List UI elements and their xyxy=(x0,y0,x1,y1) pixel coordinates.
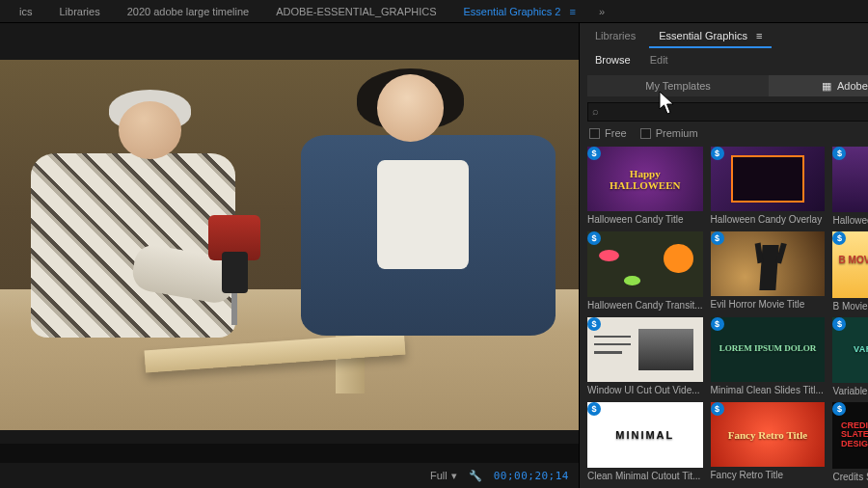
search-input[interactable] xyxy=(587,102,868,122)
panel-tab-label: Essential Graphics xyxy=(659,30,747,41)
filter-label: Free xyxy=(605,127,627,139)
overflow-chevron-icon[interactable]: » xyxy=(589,6,614,17)
tab-menu-icon[interactable]: ≡ xyxy=(569,6,575,17)
premium-badge-icon: $ xyxy=(711,317,724,331)
filter-label: Premium xyxy=(656,127,698,139)
resolution-label: Full xyxy=(430,470,448,481)
thumbnail-text: VARIABLE FONT xyxy=(839,345,868,355)
video-frame xyxy=(0,60,579,430)
workspace-tabs: ics Libraries 2020 adobe large timeline … xyxy=(0,0,868,23)
thumbnail-text: MINIMAL xyxy=(593,429,697,441)
thumbnail-text: Happy HALLOWEEN xyxy=(593,168,697,191)
timeline-scrubber[interactable] xyxy=(0,444,579,463)
template-caption: Clean Minimal Cutout Tit... xyxy=(587,471,703,481)
subtab-browse[interactable]: Browse xyxy=(585,48,640,71)
template-grid: $Happy HALLOWEENHalloween Candy Title$Ha… xyxy=(580,147,868,488)
source-tabs: My Templates ▦ Adobe Stock xyxy=(580,71,868,102)
template-caption: Window UI Cut Out Vide... xyxy=(587,385,703,395)
template-thumbnail: $8CREDITS SLATE DESIGNER xyxy=(832,402,868,468)
template-caption: Halloween Candy Transit... xyxy=(587,300,703,311)
workspace-tab[interactable]: 2020 adobe large timeline xyxy=(114,0,263,23)
template-card[interactable]: $Halloween Candy Overlay xyxy=(711,147,826,226)
premium-badge-icon: $ xyxy=(587,147,601,160)
workspace-tab[interactable]: ADOBE-ESSENTIAL_GRAPHICS xyxy=(262,0,449,23)
template-caption: Evil Horror Movie Title xyxy=(711,299,826,310)
template-card[interactable]: $Happy HALLOWEENHalloween Candy Title xyxy=(587,147,703,226)
panel-menu-icon[interactable]: ≡ xyxy=(756,30,762,41)
premium-badge-icon: $ xyxy=(832,147,846,160)
workspace-tab[interactable]: Libraries xyxy=(45,0,113,23)
timecode[interactable]: 00;00;20;14 xyxy=(494,470,569,482)
workspace-tab-label: Essential Graphics 2 xyxy=(464,6,561,17)
viewer-status-bar: Full ▾ 🔧 00;00;20;14 xyxy=(0,463,579,488)
essential-graphics-panel: Libraries Essential Graphics ≡ Browse Ed… xyxy=(579,23,868,488)
premium-badge-icon: $ xyxy=(711,402,724,416)
premium-badge-icon: $ xyxy=(587,231,601,245)
premium-badge-icon: $ xyxy=(832,317,846,331)
template-card[interactable]: $Halloween Candy Transit... xyxy=(587,231,703,311)
template-thumbnail: $ xyxy=(587,317,703,382)
filter-free[interactable]: Free xyxy=(589,127,627,139)
premium-badge-icon: $ xyxy=(587,402,601,416)
adobe-stock-icon: ▦ xyxy=(822,75,831,96)
source-adobe-stock[interactable]: ▦ Adobe Stock xyxy=(769,75,868,96)
panel-tab-libraries[interactable]: Libraries xyxy=(585,23,645,48)
resolution-dropdown[interactable]: Full ▾ xyxy=(430,470,457,482)
template-caption: Minimal Clean Slides Titl... xyxy=(711,385,826,395)
premium-badge-icon: $ xyxy=(711,147,724,160)
template-thumbnail: $MINIMAL xyxy=(587,402,703,467)
template-thumbnail: $VARIABLE FONT xyxy=(832,317,868,383)
template-caption: B Movie Halloween Title xyxy=(832,301,868,312)
template-caption: Halloween Candy Title xyxy=(587,214,703,225)
thumbnail-text: B MOVIE HALLOWEEN TITLES xyxy=(839,255,868,276)
template-caption: Fancy Retro Title xyxy=(711,470,826,480)
thumbnail-text: LOREM IPSUM DOLOR xyxy=(716,344,819,354)
template-card[interactable]: $8CREDITS SLATE DESIGNERCredits Slate De… xyxy=(832,402,868,481)
video-preview[interactable] xyxy=(0,60,579,430)
template-thumbnail: $ xyxy=(711,147,826,211)
thumbnail-text: CREDITS SLATE DESIGNER xyxy=(841,421,868,450)
template-caption: Credits Slate Designer Tit... xyxy=(832,472,868,482)
workspace-tab[interactable]: ics xyxy=(6,0,45,23)
filter-premium[interactable]: Premium xyxy=(640,127,698,139)
panel-subtabs: Browse Edit xyxy=(580,48,868,71)
search-icon: ⌕ xyxy=(592,105,599,117)
template-thumbnail: $Fancy Retro Title xyxy=(711,402,826,467)
template-thumbnail: $ xyxy=(832,147,868,212)
subtab-edit[interactable]: Edit xyxy=(640,48,678,71)
template-caption: Variable Font Title Overlay xyxy=(832,386,868,396)
premium-badge-icon: $ xyxy=(587,317,601,331)
checkbox-icon xyxy=(640,128,651,139)
template-thumbnail: $LOREM IPSUM DOLOR xyxy=(711,317,826,382)
workspace-tab-active[interactable]: Essential Graphics 2 ≡ xyxy=(450,0,589,23)
template-card[interactable]: $Fancy Retro TitleFancy Retro Title xyxy=(711,402,826,481)
filters: Free Premium xyxy=(580,127,868,147)
template-caption: Halloween Candy Overlay xyxy=(711,214,826,225)
settings-wrench-icon[interactable]: 🔧 xyxy=(469,470,482,482)
template-card[interactable]: $MINIMALClean Minimal Cutout Tit... xyxy=(587,402,703,481)
source-my-templates[interactable]: My Templates xyxy=(587,75,769,96)
template-card[interactable]: $Window UI Cut Out Vide... xyxy=(587,317,703,396)
thumbnail-text: Fancy Retro Title xyxy=(716,429,819,441)
template-card[interactable]: $B MOVIE HALLOWEEN TITLESB Movie Hallowe… xyxy=(832,231,868,311)
template-thumbnail: $ xyxy=(587,231,703,296)
template-caption: Halloween Candy Lower ... xyxy=(832,215,868,226)
checkbox-icon xyxy=(589,128,600,139)
panel-tabs: Libraries Essential Graphics ≡ xyxy=(580,23,868,48)
premium-badge-icon: $ xyxy=(711,231,724,245)
program-monitor: Full ▾ 🔧 00;00;20;14 xyxy=(0,23,579,488)
template-card[interactable]: $Evil Horror Movie Title xyxy=(711,231,826,311)
template-thumbnail: $B MOVIE HALLOWEEN TITLES xyxy=(832,231,868,297)
template-thumbnail: $Happy HALLOWEEN xyxy=(587,147,703,211)
premium-badge-icon: $ xyxy=(832,402,846,416)
template-card[interactable]: $VARIABLE FONTVariable Font Title Overla… xyxy=(832,317,868,396)
template-thumbnail: $ xyxy=(711,231,826,296)
chevron-down-icon: ▾ xyxy=(451,470,457,482)
premium-badge-icon: $ xyxy=(832,231,846,245)
source-label: Adobe Stock xyxy=(837,75,868,96)
template-card[interactable]: $LOREM IPSUM DOLORMinimal Clean Slides T… xyxy=(711,317,826,396)
panel-tab-essential-graphics[interactable]: Essential Graphics ≡ xyxy=(649,23,772,48)
template-card[interactable]: $Halloween Candy Lower ... xyxy=(832,147,868,226)
